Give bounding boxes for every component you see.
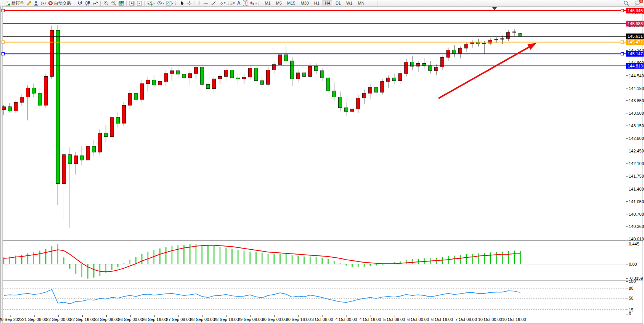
line-handle-right[interactable] [621,53,624,55]
candle-body [429,66,432,71]
cursor-button[interactable] [179,0,186,6]
timeframe-m30[interactable]: M30 [298,0,311,6]
fibonacci-button[interactable]: F [227,0,236,6]
toolbar-separator [126,1,127,6]
application-window: 新订单 自动交易 [0,0,644,324]
line-handle-right[interactable] [621,9,624,12]
candle-body [80,156,84,160]
candle-body [344,108,348,111]
line-chart-button[interactable] [92,0,99,6]
equidistant-channel-button[interactable]: E [217,0,227,6]
candle-body [363,93,366,98]
candle-body [8,107,11,111]
indicators-button[interactable]: ▾ [146,0,156,6]
svg-text:143.150: 143.150 [629,124,644,128]
auto-scroll-button[interactable] [128,0,136,6]
crosshair-icon [187,1,192,6]
toolbar-grip[interactable] [175,1,178,5]
candle-body [398,74,402,81]
toolbar-grip[interactable] [73,1,75,5]
svg-text:10 Oct 16:00: 10 Oct 16:00 [502,317,526,322]
candlestick-chart-button[interactable] [84,0,92,6]
svg-text:146.345: 146.345 [628,8,643,13]
new-order-icon [5,1,10,6]
candle-body [368,87,372,93]
timeframe-h1[interactable]: H1 [312,0,322,6]
candle-body [488,40,492,43]
timeframe-m1[interactable]: M1 [262,0,273,6]
line-handle-left[interactable] [2,53,5,55]
text-button[interactable]: A [236,0,242,6]
channel-icon [218,1,224,6]
svg-text:6 Oct 16:00: 6 Oct 16:00 [431,317,453,322]
trendline-icon [211,1,216,6]
candle-body [315,66,318,71]
svg-text:22 Sep 16:00: 22 Sep 16:00 [70,317,95,322]
zoom-out-button[interactable] [110,0,117,6]
timeframe-group: M1M5M15M30H1H4D1W1MN [262,0,367,6]
svg-text:7 Oct 08:00: 7 Oct 08:00 [455,317,477,322]
toolbar-grip[interactable] [259,1,261,5]
candle-body [374,87,378,92]
arrows-button[interactable]: ▾ [249,0,258,6]
crosshair-button[interactable] [186,0,193,6]
templates-button[interactable]: ▾ [165,0,175,6]
styler-button[interactable] [25,0,32,6]
line-handle-left[interactable] [2,9,5,12]
svg-text:23 Sep 08:00: 23 Sep 08:00 [94,317,119,322]
candle-body [68,155,72,164]
text-label-button[interactable]: T [242,0,249,6]
trendline-button[interactable] [210,0,217,6]
toolbar-grip[interactable] [1,1,3,5]
timeframe-mn[interactable]: MN [355,0,366,6]
svg-text:28 Sep 00:00: 28 Sep 00:00 [190,317,215,322]
candle-body [86,146,90,160]
search-button[interactable] [622,0,630,6]
timeframe-m5[interactable]: M5 [274,0,284,6]
periods-dropdown-caret[interactable]: ▾ [162,2,164,5]
candle-body [284,55,288,61]
arrows-dropdown-caret[interactable]: ▾ [255,2,257,5]
candle-body [236,78,240,79]
text-icon: A [237,0,241,6]
new-order-button[interactable]: 新订单 [4,0,25,6]
svg-text:144.813: 144.813 [628,64,643,68]
zoom-in-button[interactable] [102,0,110,6]
timeframe-d1[interactable]: D1 [333,0,343,6]
candle-body [200,67,204,84]
horizontal-line-button[interactable] [202,0,210,6]
candle-body [20,97,24,102]
timeframe-w1[interactable]: W1 [344,0,355,6]
candle-body [26,88,30,97]
chart-shift-button[interactable] [136,0,143,6]
signals-button[interactable] [40,0,47,6]
svg-text:141.750: 141.750 [629,174,644,178]
bar-chart-button[interactable] [76,0,84,6]
vertical-line-button[interactable] [196,0,202,6]
candle-body [74,156,78,164]
profile-button[interactable] [32,0,40,6]
candle-body [62,155,66,184]
svg-text:142.450: 142.450 [629,149,644,153]
timeframe-m15[interactable]: M15 [285,0,297,6]
candle-body [110,117,114,136]
auto-trading-button[interactable]: 自动交易 [47,0,72,6]
svg-text:0.00: 0.00 [629,262,637,266]
line-handle-left[interactable] [2,41,5,43]
indicators-dropdown-caret[interactable]: ▾ [153,2,155,5]
candle-body [212,79,216,89]
horizontal-line-icon [203,1,209,6]
svg-text:0.445: 0.445 [629,242,639,246]
periods-button[interactable]: ▾ [156,0,165,6]
timeframe-h4[interactable]: H4 [323,0,332,6]
candle-body [152,80,156,85]
svg-text:30 Sep 16:00: 30 Sep 16:00 [286,317,311,322]
candle-body [405,62,408,74]
notifications-button[interactable]: 1 [633,0,642,6]
indicators-icon [148,1,153,6]
candle-body [98,133,102,152]
templates-dropdown-caret[interactable]: ▾ [172,2,173,5]
tile-windows-button[interactable] [117,0,125,6]
zoom-out-icon [111,0,116,6]
line-handle-right[interactable] [621,41,624,43]
